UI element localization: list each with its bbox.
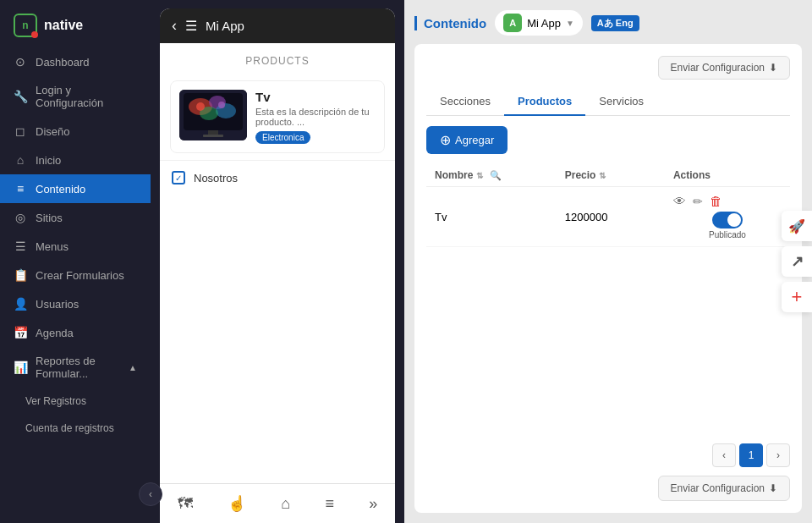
phone-section-title: PRODUCTS [160,43,395,74]
sidebar-item-label: Contenido [36,183,85,195]
phone-checkbox: ✓ [172,171,185,184]
row-precio: 1200000 [565,211,673,223]
sidebar-logo: n native [0,0,151,47]
col-actions-header: Actions [673,169,782,181]
phone-product-desc: Esta es la descripción de tu producto. .… [255,107,376,127]
download-icon: ⬇ [769,62,777,74]
sidebar: n native ⊙ Dashboard 🔧 Login y Configura… [0,0,151,523]
sidebar-item-label: Login y Configuración [36,84,137,109]
chevron-up-icon: ▲ [129,363,137,372]
prev-page-button[interactable]: ‹ [712,443,736,467]
tab-servicios[interactable]: Servicios [585,88,657,116]
view-icon[interactable]: 👁 [673,194,686,208]
next-page-button[interactable]: › [766,443,790,467]
phone-product-badge: Electronica [255,131,310,144]
agregar-plus-icon: ⊕ [440,132,451,148]
phone-nav-list[interactable]: ≡ [318,491,341,516]
svg-rect-8 [208,130,218,135]
sidebar-item-label: Agenda [36,327,74,339]
edit-icon[interactable]: ✏ [693,195,703,208]
content-area: Contenido A Mi App ▼ Aあ Eng Enviar Confi… [404,0,812,523]
action-icons: 👁 ✏ 🗑 [673,194,782,208]
phone-frame: ‹ ☰ Mi App PRODUCTS [160,8,395,523]
sidebar-collapse-button[interactable]: ‹ [139,482,162,506]
svg-rect-9 [203,135,223,137]
sidebar-item-diseno[interactable]: ◻ Diseño [0,117,151,146]
nombre-search-icon[interactable]: 🔍 [490,170,502,181]
phone-product-image [179,90,247,140]
phone-back-button[interactable]: ‹ [172,17,177,35]
sidebar-item-agenda[interactable]: 📅 Agenda [0,318,151,347]
agenda-icon: 📅 [14,326,27,339]
sidebar-item-cuenta-registros[interactable]: Cuenta de registros [0,415,151,442]
precio-sort-icon[interactable]: ⇅ [599,171,606,180]
phone-product-card: Tv Esta es la descripción de tu producto… [170,80,385,153]
phone-nav-map[interactable]: 🗺 [171,491,200,516]
svg-point-6 [196,102,205,111]
phone-menu-button[interactable]: ☰ [185,18,197,34]
send-config-bottom-label: Enviar Configuracion [671,482,765,494]
sidebar-item-menus[interactable]: ☰ Menus [0,232,151,261]
phone-nav-home[interactable]: ⌂ [274,491,297,516]
float-share-button[interactable]: ↗ [782,246,812,277]
nombre-sort-icon[interactable]: ⇅ [476,171,483,180]
sidebar-item-dashboard[interactable]: ⊙ Dashboard [0,47,151,76]
row-actions: 👁 ✏ 🗑 Publicado [673,194,782,239]
tab-productos[interactable]: Productos [504,88,585,116]
phone-nav-more[interactable]: » [362,491,384,516]
col-precio-header: Precio ⇅ [565,169,673,181]
float-buttons: 🚀 ↗ + [782,211,812,312]
phone-product-name: Tv [255,90,376,104]
sitios-icon: ◎ [14,211,27,224]
tab-secciones[interactable]: Secciones [426,88,504,116]
app-name: Mi App [527,17,561,30]
sidebar-item-contenido[interactable]: ≡ Contenido [0,174,151,203]
phone-nav-touch[interactable]: ☝ [221,491,253,516]
lang-badge[interactable]: Aあ Eng [591,15,639,31]
sidebar-item-reportes[interactable]: 📊 Reportes de Formular... ▲ [0,347,151,388]
current-page-button[interactable]: 1 [739,443,763,467]
app-selector[interactable]: A Mi App ▼ [495,10,583,36]
phone-topbar: ‹ ☰ Mi App [160,8,395,43]
sidebar-item-label: Sitios [36,212,63,224]
sidebar-item-label: Crear Formularios [36,269,124,282]
sidebar-item-inicio[interactable]: ⌂ Inicio [0,146,151,174]
phone-page-item: ✓ Nosotros [160,160,395,195]
contenido-label: Contenido [414,16,486,30]
sidebar-navigation: ⊙ Dashboard 🔧 Login y Configuración ◻ Di… [0,47,151,489]
float-plus-button[interactable]: + [782,282,812,312]
login-icon: 🔧 [14,90,27,103]
sidebar-item-sitios[interactable]: ◎ Sitios [0,203,151,232]
inicio-icon: ⌂ [14,153,27,167]
sidebar-item-formularios[interactable]: 📋 Crear Formularios [0,261,151,289]
contenido-icon: ≡ [14,182,27,195]
usuarios-icon: 👤 [14,297,27,311]
phone-page-label: Nosotros [194,172,238,184]
table-row: Tv 1200000 👁 ✏ 🗑 Publicado [426,187,790,247]
formularios-icon: 📋 [14,268,27,282]
tabs-row: Secciones Productos Servicios [426,88,790,116]
phone-app-name: Mi App [206,19,244,33]
sidebar-item-login[interactable]: 🔧 Login y Configuración [0,76,151,117]
col-nombre-header: Nombre ⇅ 🔍 [435,169,565,181]
logo-icon: n [14,14,37,37]
delete-icon[interactable]: 🗑 [710,194,722,208]
menus-icon: ☰ [14,239,27,253]
phone-content: PRODUCTS [160,43,395,483]
toggle-switch[interactable] [712,212,743,228]
download-icon-bottom: ⬇ [769,482,777,494]
float-rocket-button[interactable]: 🚀 [782,211,812,241]
dashboard-icon: ⊙ [14,55,27,69]
phone-bottom-nav: 🗺 ☝ ⌂ ≡ » [160,483,395,523]
sidebar-item-ver-registros[interactable]: Ver Registros [0,388,151,415]
main-content: ‹ ☰ Mi App PRODUCTS [151,0,812,523]
send-config-top-label: Enviar Configuracion [671,62,765,74]
diseno-icon: ◻ [14,124,27,138]
app-icon: A [503,14,522,32]
row-nombre: Tv [435,211,565,223]
svg-point-7 [218,102,225,108]
send-config-bottom-button[interactable]: Enviar Configuracion ⬇ [658,476,790,501]
send-config-top-button[interactable]: Enviar Configuracion ⬇ [658,56,790,80]
sidebar-item-usuarios[interactable]: 👤 Usuarios [0,289,151,318]
agregar-button[interactable]: ⊕ Agregar [426,126,508,154]
